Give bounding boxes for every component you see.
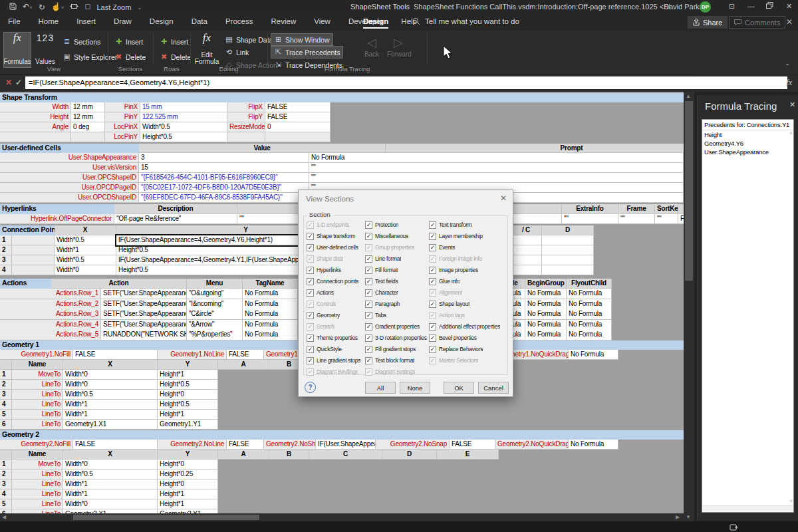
cell-name[interactable]: LocPinX (105, 122, 140, 132)
section-option-fill-gradient-stops[interactable]: ✓Fill gradient stops (365, 344, 416, 354)
section-option-events[interactable]: ✓Events (429, 243, 455, 252)
cell-x[interactable]: Width*1 (63, 479, 158, 489)
cell-rowtype[interactable]: LineTo (12, 400, 63, 410)
section-option-bevel-properties[interactable]: ✓Bevel properties (429, 333, 477, 342)
cell-name[interactable]: User.OPCShapeID (0, 173, 139, 183)
scroll-left-icon[interactable]: ◀ (2, 514, 6, 520)
section-option-line-format[interactable]: ✓Line format (365, 254, 401, 263)
minimize-icon[interactable]: — (747, 2, 755, 10)
section-option-user-defined-cells[interactable]: ✓User-defined cells (307, 243, 358, 252)
precedents-list[interactable]: Precedents for: Connections.Y1 ˄ HeightG… (702, 119, 794, 513)
cell-name[interactable]: Geometry2.NoFill (0, 440, 73, 450)
cell-rowtype[interactable]: LineTo (12, 499, 63, 509)
cell-name[interactable]: Actions.Row_4 (0, 320, 101, 331)
section-option-connection-points[interactable]: ✓Connection points (307, 277, 358, 286)
cell-value[interactable]: FALSE (73, 440, 158, 450)
cell-menu[interactable]: "C&ircle" (187, 309, 243, 320)
cell-c[interactable] (511, 255, 542, 265)
cell-value[interactable]: 0 deg (71, 122, 105, 132)
cell-flyoutchild[interactable]: No Formula (567, 289, 612, 299)
formula-input[interactable]: =IF(User.ShapeAppearance=4,Geometry4.Y6,… (25, 76, 787, 89)
cell-c[interactable] (511, 235, 542, 245)
horizontal-scrollbar-thumb[interactable] (73, 515, 259, 520)
cell-tagname[interactable]: No Formula (243, 299, 298, 310)
cell-value[interactable]: "" (618, 214, 655, 224)
checkbox-checked-icon[interactable]: ✓ (307, 244, 314, 251)
last-zoom-checkbox[interactable]: ☐ (84, 3, 90, 12)
cell-value[interactable]: "Off-page Re&ference" (114, 214, 237, 224)
cell-x[interactable]: Width*0.5 (63, 469, 158, 479)
section-option-layer-membership[interactable]: ✓Layer membership (429, 231, 483, 241)
section-option-character[interactable]: ✓Character (365, 288, 398, 297)
cell-value[interactable]: "" (655, 214, 678, 224)
close-shapesheet-icon[interactable]: ✕ (786, 17, 793, 27)
delete-row-button[interactable]: ✖ Delete (157, 51, 194, 63)
cell-y[interactable]: Height*1 (158, 499, 218, 509)
cell-menu[interactable]: "O&utgoing" (187, 289, 243, 299)
cell-value[interactable]: "{F6185426-454C-4101-BF95-E616F8960EC9}" (139, 173, 309, 183)
checkbox-checked-icon[interactable]: ✓ (307, 233, 314, 240)
cell-tagname[interactable]: No Formula (243, 320, 298, 331)
cell-begingroup[interactable]: No Formula (525, 330, 567, 340)
cell-x[interactable]: Width*1 (55, 245, 116, 255)
cell-name[interactable]: Geometry2.NoLine (158, 440, 227, 450)
cell-name[interactable]: PinY (105, 112, 140, 122)
cell-begingroup[interactable]: No Formula (525, 299, 567, 310)
ribbon-display-options-icon[interactable]: ⊡ (729, 2, 735, 11)
cell-menu[interactable]: "%P&roperties" (187, 330, 243, 340)
section-option-text-transform[interactable]: ✓Text transform (429, 220, 472, 229)
redo-icon[interactable]: ↻ (39, 3, 45, 12)
cell-rowtype[interactable]: LineTo (12, 390, 63, 400)
cell-value[interactable]: 0 (265, 122, 331, 132)
cell-name[interactable]: User.visVersion (0, 163, 139, 173)
panel-close-icon[interactable]: ✕ (789, 100, 795, 109)
cell-value[interactable]: 12 mm (71, 102, 105, 112)
cell-flyoutchild[interactable]: No Formula (567, 320, 612, 331)
section-option-line-gradient-stops[interactable]: ✓Line gradient stops (307, 356, 360, 365)
section-option-actions[interactable]: ✓Actions (307, 288, 334, 297)
checkbox-checked-icon[interactable]: ✓ (365, 221, 372, 229)
cell-x[interactable]: Width*0 (63, 380, 158, 390)
checkbox-checked-icon[interactable]: ✓ (429, 221, 436, 229)
tray-window-icon[interactable] (730, 523, 738, 532)
help-icon[interactable]: ? (305, 382, 316, 393)
checkbox-checked-icon[interactable]: ✓ (429, 244, 436, 251)
cell-c[interactable] (511, 245, 542, 255)
cell-name[interactable]: User.ShapeAppearance (0, 153, 139, 163)
cell-x[interactable]: Width*0.5 (63, 390, 158, 400)
cell-c[interactable] (511, 265, 542, 275)
tab-process[interactable]: Process (225, 17, 253, 25)
cell-y[interactable]: Height*0.25 (158, 469, 218, 479)
cell-value[interactable]: "{69EF8DEC-67FD-46FA-89C6-8538F9FA45AC}" (139, 193, 309, 203)
checkbox-checked-icon[interactable]: ✓ (365, 312, 372, 319)
section-option-fill-format[interactable]: ✓Fill format (365, 265, 398, 275)
collapse-ribbon-icon[interactable]: ⌃ (785, 63, 790, 70)
horizontal-scrollbar[interactable]: ◀ ▶ (0, 513, 684, 521)
show-window-button[interactable]: ⊞ Show Window (271, 34, 332, 45)
cell-value[interactable]: Width*0.5 (140, 122, 227, 132)
cell-rowtype[interactable]: LineTo (12, 479, 63, 489)
checkbox-checked-icon[interactable]: ✓ (365, 289, 372, 297)
cell-value[interactable]: FALSE (450, 440, 495, 450)
formulas-button[interactable]: fx Formulas (4, 33, 31, 67)
section-option-glue-info[interactable]: ✓Glue info (429, 277, 460, 286)
share-button[interactable]: Share (688, 16, 728, 29)
trace-precedents-button[interactable]: ⇱ Trace Precedents (271, 47, 342, 58)
all-button[interactable]: All (365, 382, 396, 394)
cell-value[interactable]: FALSE (73, 350, 158, 360)
cell-name[interactable]: LocPinY (105, 132, 140, 142)
checkbox-checked-icon[interactable]: ✓ (365, 267, 372, 274)
cell-prompt[interactable]: "" (309, 163, 684, 173)
save-icon[interactable] (9, 3, 17, 12)
cell-value[interactable]: No Formula (569, 350, 618, 360)
tab-view[interactable]: View (314, 17, 331, 25)
cell-x[interactable]: Width*1 (63, 410, 158, 420)
qat-customize-icon[interactable]: ⌄ (137, 5, 142, 11)
cell-action[interactable]: RUNADDON("NETWORK SHAPE PROPERTIES") (101, 330, 187, 340)
list-horizontal-scrollbar[interactable] (703, 505, 793, 511)
fit-page-icon[interactable] (70, 3, 78, 12)
section-option-3-d-rotation-properties[interactable]: ✓3-D rotation properties (365, 333, 427, 342)
cell-action[interactable]: SETF("User.ShapeAppearance",3) (101, 309, 187, 320)
checkbox-checked-icon[interactable]: ✓ (365, 255, 372, 263)
cancel-button[interactable]: Cancel (478, 382, 509, 394)
